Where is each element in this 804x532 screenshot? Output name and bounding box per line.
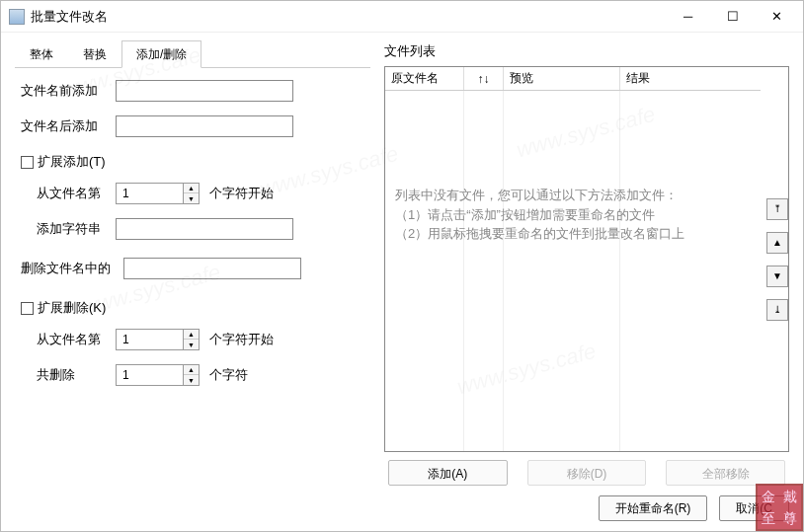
- del-count-down-icon[interactable]: ▼: [184, 375, 199, 385]
- del-count-input[interactable]: [116, 364, 183, 386]
- move-up-icon: ▲: [772, 237, 782, 248]
- move-bottom-button[interactable]: ⤓: [766, 299, 788, 321]
- del-count-up-icon[interactable]: ▲: [184, 365, 199, 375]
- move-down-icon: ▼: [772, 270, 782, 281]
- col-preview[interactable]: 预览: [504, 67, 620, 90]
- remove-file-button[interactable]: 移除(D): [527, 460, 647, 486]
- close-button[interactable]: ✕: [755, 2, 799, 32]
- del-count-label: 共删除: [21, 366, 116, 384]
- filelist-container: 原文件名 ↑↓ 预览 结果 列表中没有文件，您可以通过以下方法添加文件： （1）…: [384, 66, 789, 452]
- suffix-input[interactable]: [116, 115, 293, 137]
- right-panel: 文件列表 原文件名 ↑↓ 预览 结果 列表中没有文件，您可以通过以下方法添加文件…: [384, 42, 789, 486]
- empty-line: （1）请点击“添加”按钮增加需要重命名的文件: [395, 205, 751, 225]
- del-count-suffix: 个字符: [209, 366, 248, 384]
- tab-add-remove[interactable]: 添加/删除: [121, 40, 201, 68]
- tabs: 整体 替换 添加/删除: [15, 42, 370, 68]
- col-original-name[interactable]: 原文件名: [385, 67, 464, 90]
- reorder-buttons: ⤒ ▲ ▼ ⤓: [761, 67, 788, 451]
- start-rename-button[interactable]: 开始重命名(R): [599, 495, 708, 521]
- delete-in-name-label: 删除文件名中的: [21, 260, 123, 277]
- extend-delete-label: 扩展删除(K): [38, 299, 106, 317]
- add-from-suffix: 个字符开始: [209, 185, 274, 202]
- col-sort[interactable]: ↑↓: [464, 67, 504, 90]
- tab-whole[interactable]: 整体: [15, 40, 68, 68]
- move-up-button[interactable]: ▲: [766, 232, 788, 254]
- del-count-spinner: ▲ ▼: [116, 364, 200, 386]
- del-from-label: 从文件名第: [21, 331, 116, 348]
- maximize-button[interactable]: ☐: [710, 2, 755, 32]
- del-from-spinner: ▲ ▼: [116, 329, 200, 350]
- add-from-label: 从文件名第: [21, 185, 116, 202]
- add-from-spinner: ▲ ▼: [116, 183, 200, 204]
- empty-line: （2）用鼠标拖拽要重命名的文件到批量改名窗口上: [395, 224, 751, 244]
- move-top-button[interactable]: ⤒: [766, 198, 788, 220]
- app-icon: [9, 9, 25, 25]
- add-file-button[interactable]: 添加(A): [388, 460, 508, 486]
- del-from-suffix: 个字符开始: [209, 331, 274, 348]
- move-down-button[interactable]: ▼: [766, 266, 788, 287]
- add-from-down-icon[interactable]: ▼: [184, 193, 199, 203]
- seal-watermark: 金戴至尊: [756, 484, 803, 531]
- add-from-up-icon[interactable]: ▲: [184, 184, 199, 193]
- form-area: 文件名前添加 文件名后添加 扩展添加(T) 从文件名第 ▲: [15, 68, 370, 486]
- add-from-input[interactable]: [116, 183, 183, 204]
- filelist-header: 原文件名 ↑↓ 预览 结果: [385, 67, 761, 91]
- extend-add-label: 扩展添加(T): [38, 153, 106, 171]
- del-from-up-icon[interactable]: ▲: [184, 330, 199, 340]
- filelist-empty-message: 列表中没有文件，您可以通过以下方法添加文件： （1）请点击“添加”按钮增加需要重…: [395, 186, 751, 244]
- filelist-title: 文件列表: [384, 42, 789, 60]
- extend-add-checkbox[interactable]: [21, 156, 34, 169]
- del-from-input[interactable]: [116, 329, 183, 350]
- filelist-body[interactable]: 列表中没有文件，您可以通过以下方法添加文件： （1）请点击“添加”按钮增加需要重…: [385, 91, 761, 451]
- app-window: 批量文件改名 ─ ☐ ✕ 整体 替换 添加/删除 文件名前添加 文件名后添加: [0, 0, 804, 532]
- prefix-input[interactable]: [116, 80, 293, 102]
- col-result[interactable]: 结果: [620, 67, 761, 90]
- prefix-label: 文件名前添加: [21, 82, 116, 100]
- suffix-label: 文件名后添加: [21, 117, 116, 135]
- filelist-footer: 添加(A) 移除(D) 全部移除: [384, 460, 789, 486]
- move-bottom-icon: ⤓: [773, 304, 781, 315]
- remove-all-button[interactable]: 全部移除: [666, 460, 785, 486]
- del-from-down-icon[interactable]: ▼: [184, 340, 199, 349]
- tab-replace[interactable]: 替换: [68, 40, 121, 68]
- move-top-icon: ⤒: [773, 203, 781, 214]
- add-string-label: 添加字符串: [21, 220, 116, 238]
- minimize-button[interactable]: ─: [666, 2, 710, 32]
- empty-line: 列表中没有文件，您可以通过以下方法添加文件：: [395, 186, 751, 205]
- add-string-input[interactable]: [116, 218, 293, 240]
- window-title: 批量文件改名: [31, 8, 666, 26]
- titlebar: 批量文件改名 ─ ☐ ✕: [1, 1, 803, 33]
- left-panel: 整体 替换 添加/删除 文件名前添加 文件名后添加 扩展添加(T): [15, 42, 370, 486]
- delete-in-name-input[interactable]: [123, 258, 301, 279]
- extend-delete-checkbox[interactable]: [21, 302, 34, 315]
